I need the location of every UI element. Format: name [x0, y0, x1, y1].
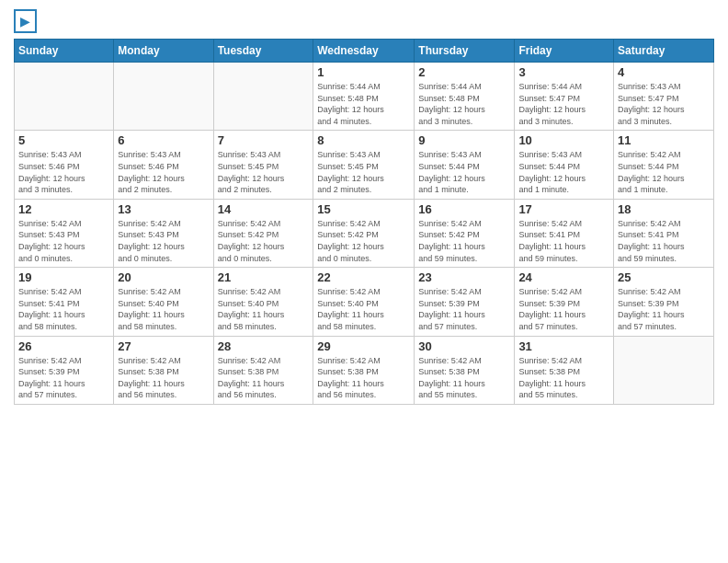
day-number: 23 [418, 270, 510, 284]
header: ▶ [14, 9, 714, 33]
weekday-header-tuesday: Tuesday [213, 40, 313, 63]
weekday-header-row: SundayMondayTuesdayWednesdayThursdayFrid… [15, 40, 714, 63]
day-number: 28 [218, 339, 310, 353]
weekday-header-saturday: Saturday [614, 40, 714, 63]
calendar-cell: 17Sunrise: 5:42 AM Sunset: 5:41 PM Dayli… [515, 199, 614, 267]
day-info: Sunrise: 5:42 AM Sunset: 5:39 PM Dayligh… [418, 286, 510, 332]
page-container: ▶ SundayMondayTuesdayWednesdayThursdayFr… [0, 0, 728, 414]
calendar-cell: 30Sunrise: 5:42 AM Sunset: 5:38 PM Dayli… [415, 336, 515, 404]
day-number: 16 [418, 202, 510, 216]
day-info: Sunrise: 5:42 AM Sunset: 5:39 PM Dayligh… [18, 355, 109, 401]
calendar-cell: 25Sunrise: 5:42 AM Sunset: 5:39 PM Dayli… [614, 268, 714, 336]
calendar-cell: 5Sunrise: 5:43 AM Sunset: 5:46 PM Daylig… [15, 131, 114, 199]
day-info: Sunrise: 5:42 AM Sunset: 5:42 PM Dayligh… [317, 218, 410, 264]
day-number: 22 [317, 270, 410, 284]
calendar-cell: 1Sunrise: 5:44 AM Sunset: 5:48 PM Daylig… [313, 63, 415, 131]
day-number: 12 [18, 202, 109, 216]
calendar-cell: 9Sunrise: 5:43 AM Sunset: 5:44 PM Daylig… [415, 131, 515, 199]
day-number: 3 [518, 65, 609, 79]
day-number: 13 [118, 202, 209, 216]
day-info: Sunrise: 5:44 AM Sunset: 5:47 PM Dayligh… [518, 81, 609, 127]
calendar-cell: 23Sunrise: 5:42 AM Sunset: 5:39 PM Dayli… [415, 268, 515, 336]
calendar-cell: 22Sunrise: 5:42 AM Sunset: 5:40 PM Dayli… [313, 268, 415, 336]
day-info: Sunrise: 5:42 AM Sunset: 5:40 PM Dayligh… [317, 286, 410, 332]
day-number: 27 [118, 339, 209, 353]
day-number: 8 [317, 133, 410, 147]
calendar-cell: 28Sunrise: 5:42 AM Sunset: 5:38 PM Dayli… [213, 336, 313, 404]
day-number: 19 [18, 270, 109, 284]
day-info: Sunrise: 5:44 AM Sunset: 5:48 PM Dayligh… [418, 81, 510, 127]
day-number: 2 [418, 65, 510, 79]
day-info: Sunrise: 5:42 AM Sunset: 5:41 PM Dayligh… [618, 218, 710, 264]
day-info: Sunrise: 5:43 AM Sunset: 5:45 PM Dayligh… [218, 149, 310, 195]
day-number: 24 [518, 270, 609, 284]
day-info: Sunrise: 5:42 AM Sunset: 5:42 PM Dayligh… [418, 218, 510, 264]
day-number: 6 [118, 133, 209, 147]
day-info: Sunrise: 5:42 AM Sunset: 5:38 PM Dayligh… [418, 355, 510, 401]
calendar-cell: 27Sunrise: 5:42 AM Sunset: 5:38 PM Dayli… [114, 336, 213, 404]
calendar-cell: 21Sunrise: 5:42 AM Sunset: 5:40 PM Dayli… [213, 268, 313, 336]
day-info: Sunrise: 5:42 AM Sunset: 5:42 PM Dayligh… [218, 218, 310, 264]
day-info: Sunrise: 5:42 AM Sunset: 5:43 PM Dayligh… [118, 218, 209, 264]
calendar-cell: 31Sunrise: 5:42 AM Sunset: 5:38 PM Dayli… [515, 336, 614, 404]
logo-box: ▶ [14, 9, 37, 33]
day-number: 15 [317, 202, 410, 216]
calendar-table: SundayMondayTuesdayWednesdayThursdayFrid… [14, 39, 714, 405]
logo: ▶ [14, 9, 37, 33]
week-row-1: 5Sunrise: 5:43 AM Sunset: 5:46 PM Daylig… [15, 131, 714, 199]
day-number: 18 [618, 202, 710, 216]
calendar-cell [213, 63, 313, 131]
calendar-cell: 6Sunrise: 5:43 AM Sunset: 5:46 PM Daylig… [114, 131, 213, 199]
day-number: 5 [18, 133, 109, 147]
day-info: Sunrise: 5:42 AM Sunset: 5:41 PM Dayligh… [518, 218, 609, 264]
week-row-2: 12Sunrise: 5:42 AM Sunset: 5:43 PM Dayli… [15, 199, 714, 267]
calendar-cell: 16Sunrise: 5:42 AM Sunset: 5:42 PM Dayli… [415, 199, 515, 267]
calendar-cell: 29Sunrise: 5:42 AM Sunset: 5:38 PM Dayli… [313, 336, 415, 404]
calendar-cell: 11Sunrise: 5:42 AM Sunset: 5:44 PM Dayli… [614, 131, 714, 199]
calendar-cell: 24Sunrise: 5:42 AM Sunset: 5:39 PM Dayli… [515, 268, 614, 336]
calendar-cell: 15Sunrise: 5:42 AM Sunset: 5:42 PM Dayli… [313, 199, 415, 267]
weekday-header-wednesday: Wednesday [313, 40, 415, 63]
calendar-cell: 14Sunrise: 5:42 AM Sunset: 5:42 PM Dayli… [213, 199, 313, 267]
weekday-header-friday: Friday [515, 40, 614, 63]
week-row-4: 26Sunrise: 5:42 AM Sunset: 5:39 PM Dayli… [15, 336, 714, 404]
calendar-cell: 4Sunrise: 5:43 AM Sunset: 5:47 PM Daylig… [614, 63, 714, 131]
day-number: 10 [518, 133, 609, 147]
calendar-cell: 13Sunrise: 5:42 AM Sunset: 5:43 PM Dayli… [114, 199, 213, 267]
day-info: Sunrise: 5:42 AM Sunset: 5:41 PM Dayligh… [18, 286, 109, 332]
day-info: Sunrise: 5:42 AM Sunset: 5:39 PM Dayligh… [618, 286, 710, 332]
day-number: 7 [218, 133, 310, 147]
day-info: Sunrise: 5:42 AM Sunset: 5:38 PM Dayligh… [317, 355, 410, 401]
day-info: Sunrise: 5:43 AM Sunset: 5:47 PM Dayligh… [618, 81, 710, 127]
day-info: Sunrise: 5:42 AM Sunset: 5:38 PM Dayligh… [118, 355, 209, 401]
day-info: Sunrise: 5:43 AM Sunset: 5:44 PM Dayligh… [518, 149, 609, 195]
day-number: 11 [618, 133, 710, 147]
week-row-3: 19Sunrise: 5:42 AM Sunset: 5:41 PM Dayli… [15, 268, 714, 336]
calendar-cell: 10Sunrise: 5:43 AM Sunset: 5:44 PM Dayli… [515, 131, 614, 199]
day-info: Sunrise: 5:42 AM Sunset: 5:40 PM Dayligh… [118, 286, 209, 332]
calendar-cell [15, 63, 114, 131]
day-number: 14 [218, 202, 310, 216]
calendar-cell: 20Sunrise: 5:42 AM Sunset: 5:40 PM Dayli… [114, 268, 213, 336]
day-info: Sunrise: 5:44 AM Sunset: 5:48 PM Dayligh… [317, 81, 410, 127]
calendar-cell: 18Sunrise: 5:42 AM Sunset: 5:41 PM Dayli… [614, 199, 714, 267]
day-info: Sunrise: 5:43 AM Sunset: 5:46 PM Dayligh… [118, 149, 209, 195]
calendar-cell [614, 336, 714, 404]
calendar-cell: 8Sunrise: 5:43 AM Sunset: 5:45 PM Daylig… [313, 131, 415, 199]
day-number: 25 [618, 270, 710, 284]
day-info: Sunrise: 5:42 AM Sunset: 5:38 PM Dayligh… [518, 355, 609, 401]
day-number: 26 [18, 339, 109, 353]
day-number: 21 [218, 270, 310, 284]
calendar-cell: 26Sunrise: 5:42 AM Sunset: 5:39 PM Dayli… [15, 336, 114, 404]
calendar-cell: 3Sunrise: 5:44 AM Sunset: 5:47 PM Daylig… [515, 63, 614, 131]
day-info: Sunrise: 5:42 AM Sunset: 5:43 PM Dayligh… [18, 218, 109, 264]
logo-icon: ▶ [20, 14, 30, 29]
day-info: Sunrise: 5:42 AM Sunset: 5:39 PM Dayligh… [518, 286, 609, 332]
calendar-cell [114, 63, 213, 131]
day-number: 9 [418, 133, 510, 147]
day-info: Sunrise: 5:43 AM Sunset: 5:45 PM Dayligh… [317, 149, 410, 195]
day-number: 30 [418, 339, 510, 353]
weekday-header-thursday: Thursday [415, 40, 515, 63]
day-info: Sunrise: 5:43 AM Sunset: 5:44 PM Dayligh… [418, 149, 510, 195]
day-info: Sunrise: 5:42 AM Sunset: 5:38 PM Dayligh… [218, 355, 310, 401]
